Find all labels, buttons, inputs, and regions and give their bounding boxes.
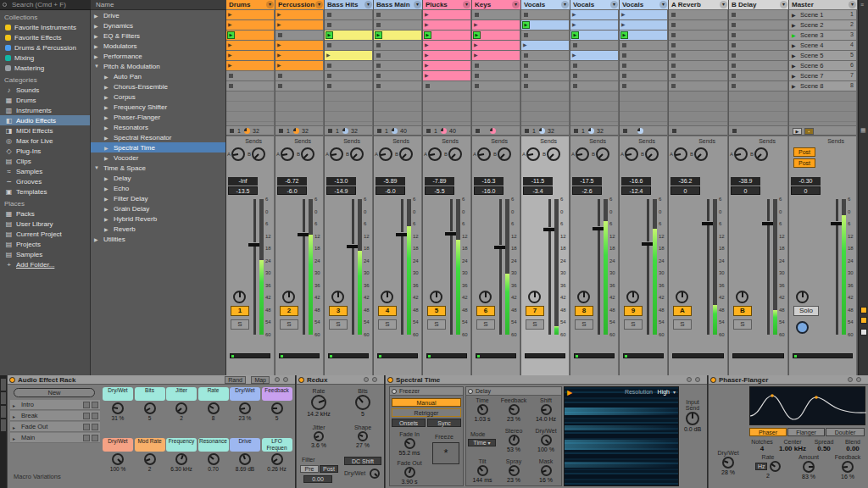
solo-button[interactable]: S — [427, 319, 446, 330]
clip-stop-button[interactable] — [325, 61, 372, 70]
clip-playing[interactable]: ▶ — [472, 30, 520, 40]
bits-knob[interactable] — [355, 395, 370, 410]
notches-value[interactable]: 4 — [749, 445, 775, 452]
clip-stop-button[interactable] — [729, 71, 787, 80]
rack-chain-fade-out[interactable]: ▸Fade Out — [10, 422, 100, 432]
clip[interactable]: ▶ — [325, 51, 372, 60]
clip-stop-button[interactable] — [729, 10, 787, 19]
send-b-knob[interactable] — [448, 147, 462, 161]
track-stop-button[interactable] — [525, 129, 529, 133]
macro-label[interactable]: Resonance — [198, 438, 229, 452]
track-header-bass-main[interactable]: Bass Main▾ — [374, 0, 422, 9]
stereo-knob[interactable] — [509, 435, 520, 446]
mode-phaser-button[interactable]: Phaser — [749, 428, 787, 436]
input-send-knob[interactable] — [686, 412, 699, 425]
macro-label[interactable]: Feedback — [262, 387, 292, 401]
fade-in-knob[interactable] — [404, 438, 415, 449]
sidebar-item-packs[interactable]: ▦Packs — [0, 208, 90, 219]
expand-icon[interactable]: ▶ — [104, 145, 111, 151]
clip-stop-button[interactable] — [669, 51, 727, 60]
volume-value[interactable]: 0 — [670, 186, 700, 195]
volume-fader-track[interactable] — [707, 199, 709, 335]
pan-knob[interactable] — [233, 291, 246, 303]
expand-icon[interactable]: ▶ — [94, 13, 101, 19]
expand-icon[interactable]: ▶ — [104, 206, 111, 212]
sidebar-item-samples[interactable]: ≈Samples — [0, 166, 90, 176]
sidebar-item-max-for-live[interactable]: ◎Max for Live — [0, 136, 90, 146]
send-b-knob[interactable] — [252, 147, 265, 161]
redux-title-bar[interactable]: Redux — [297, 375, 384, 385]
clip[interactable]: ▶ — [620, 20, 667, 30]
freezer-onsets-button[interactable]: Onsets — [392, 419, 426, 427]
expand-icon[interactable]: ▸ — [13, 435, 19, 441]
track-header-vocals[interactable]: Vocals▾ — [570, 0, 619, 9]
clip-playing[interactable]: ▶ — [226, 30, 274, 40]
clip[interactable]: ▶ — [472, 20, 520, 30]
rack-title-bar[interactable]: Audio Effect Rack Rand Map — [8, 375, 295, 385]
clip-stop-button[interactable] — [620, 41, 667, 50]
track-activator[interactable]: A — [673, 306, 692, 316]
volume-fader-track[interactable] — [450, 199, 453, 335]
track-header-percussion[interactable]: Percussion▾ — [275, 0, 324, 9]
scene-play-icon[interactable]: ▶ — [792, 42, 796, 48]
tree-item-phaser-flanger[interactable]: ▶Phaser-Flanger — [91, 112, 225, 122]
sidebar-item-projects[interactable]: ▤Projects — [0, 239, 90, 249]
clip-stop-button[interactable] — [472, 61, 520, 70]
tree-item-spectral-resonator[interactable]: ▶Spectral Resonator — [91, 132, 225, 142]
volume-value[interactable]: -16.0 — [474, 186, 504, 195]
clip-stop-button[interactable] — [521, 51, 569, 60]
macro-label[interactable]: Dry/Wet — [103, 438, 133, 452]
filter-post-button[interactable]: Post — [320, 465, 338, 473]
clip-stop-button[interactable] — [620, 61, 667, 70]
send-a-knob[interactable] — [576, 147, 589, 161]
device-tab-icon[interactable] — [1, 392, 6, 404]
clip-stop-button[interactable] — [669, 41, 727, 50]
sidebar-item-audio-effects[interactable]: ◧Audio Effects — [0, 115, 90, 125]
track-dropdown-icon[interactable]: ▾ — [610, 1, 618, 8]
track-header-vocals[interactable]: Vocals▾ — [521, 0, 570, 9]
tree-item-spectral-time[interactable]: ▶Spectral Time — [91, 142, 225, 152]
filter-pre-button[interactable]: Pre — [300, 465, 319, 473]
clip-stop-button[interactable] — [521, 81, 569, 91]
crossfade-b-button[interactable] — [860, 317, 867, 324]
volume-value[interactable]: -13.5 — [228, 186, 258, 195]
tree-item-time-space[interactable]: ▼Time & Space — [91, 163, 225, 173]
macro-knob[interactable] — [239, 402, 251, 414]
send-a-knob[interactable] — [428, 147, 442, 161]
return-b-post-toggle[interactable]: Post — [793, 158, 815, 168]
sidebar-item-instruments[interactable]: ▥Instruments — [0, 105, 90, 115]
clip[interactable]: ▶ — [423, 51, 470, 60]
spectral-hot-swap-icon[interactable] — [687, 377, 692, 382]
tree-item-delay[interactable]: ▶Delay — [91, 173, 225, 183]
tree-item-grain-delay[interactable]: ▶Grain Delay — [91, 203, 225, 214]
clip-stop-button[interactable] — [729, 61, 787, 70]
expand-icon[interactable]: ▶ — [104, 135, 111, 141]
macro-knob[interactable] — [271, 402, 283, 414]
clip-stop-button[interactable] — [275, 71, 323, 80]
device-tab-icon[interactable] — [1, 406, 6, 418]
scene-play-icon[interactable]: ▶ — [792, 63, 796, 69]
mode-flanger-button[interactable]: Flanger — [787, 428, 825, 436]
clip-stop-button[interactable] — [669, 81, 727, 91]
clip-stop-button[interactable] — [521, 30, 569, 40]
chain-activator[interactable] — [83, 402, 90, 408]
clip[interactable]: ▶ — [423, 10, 470, 19]
volume-value[interactable]: -12.4 — [621, 186, 651, 195]
clip-stop-button[interactable] — [374, 10, 421, 19]
sidebar-item-sounds[interactable]: ♪Sounds — [0, 85, 90, 95]
amount-knob[interactable] — [803, 461, 815, 473]
clip[interactable]: ▶ — [226, 51, 274, 60]
tree-item-utilities[interactable]: ▶Utilities — [91, 234, 225, 244]
chain-activator[interactable] — [83, 424, 90, 430]
volume-value[interactable]: 0 — [731, 186, 760, 195]
track-activator[interactable]: 1 — [231, 306, 249, 316]
clip-playing[interactable]: ▶ — [374, 30, 421, 40]
tree-item-drive[interactable]: ▶Drive — [91, 10, 225, 20]
expand-icon[interactable]: ▸ — [13, 424, 19, 430]
sidebar-item-drums[interactable]: ▦Drums — [0, 95, 90, 105]
macro-label[interactable]: Frequency — [166, 438, 197, 452]
tree-item-reverb[interactable]: ▶Reverb — [91, 224, 225, 234]
freezer-retrigger-button[interactable]: Retrigger — [392, 408, 461, 417]
volume-fader-track[interactable] — [303, 199, 305, 335]
expand-icon[interactable]: ▶ — [104, 125, 111, 130]
